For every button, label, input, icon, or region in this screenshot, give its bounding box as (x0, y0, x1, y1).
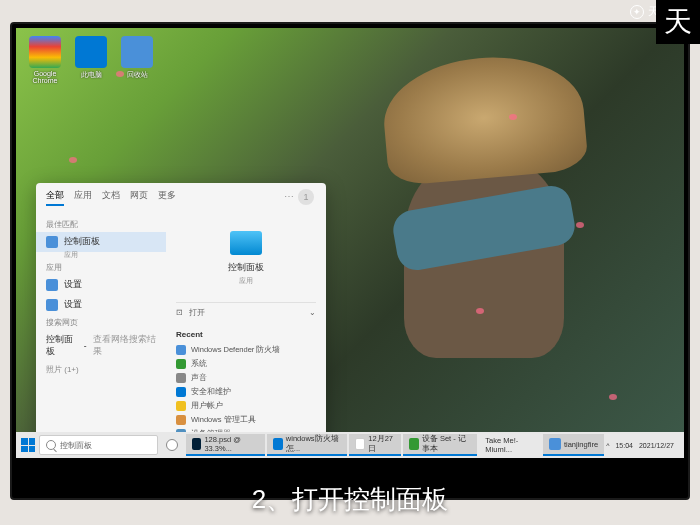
preview-sub: 应用 (176, 276, 316, 286)
gear-icon (46, 279, 58, 291)
corner-logo-char: 天 (656, 0, 700, 44)
start-search-panel: 全部 应用 文档 网页 更多 ⋯ 1 最佳匹配 控制面板 应用 应用 设置 设置… (36, 183, 326, 453)
monitor-frame: Google Chrome 此电脑 回收站 全部 应用 文档 网页 更多 ⋯ 1… (10, 22, 690, 500)
desktop-icon-recyclebin[interactable]: 回收站 (116, 36, 158, 86)
watermark-icon: ✦ (630, 5, 644, 19)
desktop-screen[interactable]: Google Chrome 此电脑 回收站 全部 应用 文档 网页 更多 ⋯ 1… (16, 28, 684, 458)
system-tray[interactable]: ^ 15:04 2021/12/27 (606, 442, 680, 449)
section-web: 搜索网页 (36, 315, 166, 330)
recent-item-security[interactable]: 安全和维护 (176, 385, 316, 399)
tab-web[interactable]: 网页 (130, 189, 148, 206)
preview-block: 控制面板 应用 (176, 221, 316, 296)
taskbar-item-music[interactable]: Take Me!-MiumI... (479, 434, 541, 456)
tab-documents[interactable]: 文档 (102, 189, 120, 206)
taskbar-cortana[interactable] (160, 434, 184, 456)
result-web-search[interactable]: 控制面板 - 查看网络搜索结果 (36, 330, 166, 362)
desktop-icon-chrome[interactable]: Google Chrome (24, 36, 66, 86)
control-panel-icon (46, 236, 58, 248)
tray-chevron-up-icon[interactable]: ^ (606, 442, 609, 449)
search-icon (46, 440, 56, 450)
taskbar: 控制面板 128.psd @ 33.3%... windows防火墙怎... 1… (16, 432, 684, 458)
taskbar-item-ps[interactable]: 128.psd @ 33.3%... (186, 434, 265, 456)
gear-icon (46, 299, 58, 311)
action-open[interactable]: ⊡打开⌄ (176, 302, 316, 322)
section-best-match: 最佳匹配 (36, 217, 166, 232)
result-sub: 应用 (36, 250, 166, 260)
desktop-icon-thispc[interactable]: 此电脑 (70, 36, 112, 86)
windows-logo-icon (21, 438, 35, 452)
recent-item-users[interactable]: 用户帐户 (176, 399, 316, 413)
chevron-down-icon: ⌄ (309, 308, 316, 317)
recent-item-admin-tools[interactable]: Windows 管理工具 (176, 413, 316, 427)
taskbar-search-input[interactable]: 控制面板 (39, 435, 158, 455)
taskbar-item-notepad[interactable]: 设备 Set - 记事本 (403, 434, 477, 456)
search-preview-pane: 控制面板 应用 ⊡打开⌄ Recent Windows Defender 防火墙… (166, 211, 326, 453)
recent-item-system[interactable]: 系统 (176, 357, 316, 371)
preview-title: 控制面板 (176, 261, 316, 274)
desktop-icons-area: Google Chrome 此电脑 回收站 (24, 36, 162, 86)
section-photos: 照片 (1+) (36, 362, 166, 377)
tab-more[interactable]: 更多 (158, 189, 176, 206)
result-settings-2[interactable]: 设置 (36, 295, 166, 315)
taskbar-item-word[interactable]: windows防火墙怎... (267, 434, 347, 456)
control-panel-large-icon (230, 231, 262, 255)
search-more-icon[interactable]: ⋯ (284, 191, 294, 202)
search-tabs: 全部 应用 文档 网页 更多 (36, 183, 326, 210)
section-apps: 应用 (36, 260, 166, 275)
search-results-list: 最佳匹配 控制面板 应用 应用 设置 设置 搜索网页 控制面板 - 查看网络搜索… (36, 211, 166, 453)
recent-header: Recent (176, 330, 316, 339)
tray-date: 2021/12/27 (639, 442, 674, 449)
tray-time: 15:04 (615, 442, 633, 449)
start-button[interactable] (20, 435, 37, 455)
taskbar-item-text[interactable]: 12月27日 (349, 434, 401, 456)
video-caption: 2、打开控制面板 (0, 482, 700, 517)
open-icon: ⊡ (176, 308, 183, 317)
recent-item-defender[interactable]: Windows Defender 防火墙 (176, 343, 316, 357)
recent-item-sound[interactable]: 声音 (176, 371, 316, 385)
tab-all[interactable]: 全部 (46, 189, 64, 206)
result-control-panel[interactable]: 控制面板 (36, 232, 166, 252)
result-settings-1[interactable]: 设置 (36, 275, 166, 295)
tab-apps[interactable]: 应用 (74, 189, 92, 206)
taskbar-item-app[interactable]: tianjingfire (543, 434, 604, 456)
search-badge[interactable]: 1 (298, 189, 314, 205)
